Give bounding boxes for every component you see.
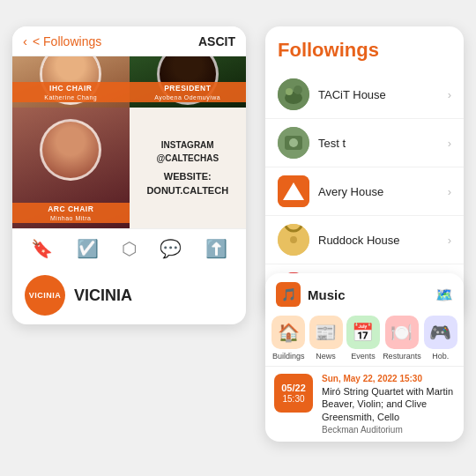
restaurants-label: Resturants [383, 352, 421, 361]
avatar-test [278, 127, 309, 159]
bookmark-icon[interactable]: 🔖 [31, 238, 53, 259]
music-icon-bg: 🎵 [276, 282, 301, 307]
left-card-header: ‹ < Followings ASCIT [12, 26, 246, 56]
share-icon[interactable]: ⬆️ [205, 238, 227, 259]
category-row: 🏠 Buildings 📰 News 📅 Events 🍽️ Resturant… [265, 312, 464, 366]
event-date-box: 05/22 15:30 [274, 374, 313, 413]
followings-title: Followings [265, 39, 464, 71]
event-row: 05/22 15:30 Sun, May 22, 2022 15:30 Miró… [265, 366, 464, 442]
back-arrow-icon[interactable]: ‹ [23, 33, 27, 48]
following-item-test[interactable]: Test t › [265, 119, 464, 167]
role-ihc-chair: IHC CHAIRKatherine Chang [12, 82, 130, 102]
hobbies-icon-bg: 🎮 [424, 316, 457, 349]
restaurants-icon: 🍽️ [390, 322, 413, 343]
left-card: ‹ < Followings ASCIT IHC CHAIRKatherine … [12, 26, 246, 324]
following-item-ruddock[interactable]: Ruddock House › [265, 216, 464, 264]
hobbies-label: Hob. [432, 352, 449, 361]
svg-point-2 [286, 88, 293, 95]
avatar-tacit [278, 78, 309, 110]
chevron-test: › [448, 137, 451, 150]
svg-point-3 [294, 86, 302, 94]
vicinia-logo: VICINIA [25, 275, 65, 316]
back-label[interactable]: < Followings [33, 34, 198, 48]
chevron-tacit: › [448, 88, 451, 101]
role-president: PRESIDENTAyobena Odemuyiwa [130, 82, 247, 102]
photo-cell-president: PRESIDENTAyobena Odemuyiwa [130, 56, 247, 108]
event-date-label: Sun, May 22, 2022 15:30 [322, 374, 455, 383]
music-title: Music [308, 287, 435, 302]
events-label: Events [351, 352, 376, 361]
news-label: News [316, 352, 336, 361]
events-icon: 📅 [352, 322, 374, 343]
photo-grid: IHC CHAIRKatherine Chang PRESIDENTAyoben… [12, 56, 246, 228]
music-icon: 🎵 [281, 287, 296, 301]
ascit-title: ASCIT [198, 34, 235, 48]
photo-cell-arc: ARC CHAIRMinhao Mitra [12, 108, 130, 228]
following-name-ruddock: Ruddock House [318, 234, 448, 247]
category-hobbies[interactable]: 🎮 Hob. [423, 316, 458, 361]
map-icon[interactable]: 🗺️ [435, 286, 453, 303]
role-arc-chair: ARC CHAIRMinhao Mitra [12, 203, 130, 223]
following-name-avery: Avery House [318, 185, 448, 198]
website-text: WEBSITE:DONUT.CALTECH [146, 170, 228, 197]
news-icon-bg: 📰 [309, 316, 343, 349]
event-date-bottom: 15:30 [282, 394, 304, 404]
directions-icon[interactable]: ⬡ [122, 238, 137, 259]
category-restaurants[interactable]: 🍽️ Resturants [383, 316, 421, 361]
music-card: 🎵 Music 🗺️ 🏠 Buildings 📰 News 📅 Events 🍽… [265, 273, 464, 442]
following-item-avery[interactable]: Avery House › [265, 167, 464, 216]
svg-point-6 [289, 138, 298, 147]
category-buildings[interactable]: 🏠 Buildings [271, 316, 306, 361]
instagram-text: INSTAGRAM@CALTECHAS [156, 138, 219, 165]
event-venue: Beckman Auditorium [322, 425, 455, 435]
buildings-icon: 🏠 [278, 322, 300, 343]
music-header: 🎵 Music 🗺️ [265, 273, 464, 312]
photo-cell-info: INSTAGRAM@CALTECHAS WEBSITE:DONUT.CALTEC… [130, 108, 247, 228]
svg-point-10 [290, 236, 297, 243]
events-icon-bg: 📅 [346, 316, 380, 349]
avatar-avery [278, 175, 309, 207]
following-name-test: Test t [318, 137, 448, 150]
buildings-label: Buildings [272, 352, 305, 361]
avatar-ruddock [278, 224, 309, 256]
following-item-tacit[interactable]: TACiT House › [265, 71, 464, 119]
event-date-top: 05/22 [281, 383, 306, 394]
event-info: Sun, May 22, 2022 15:30 Miró String Quar… [322, 374, 455, 435]
restaurants-icon-bg: 🍽️ [385, 316, 419, 349]
vicinia-logo-text: VICINIA [29, 291, 62, 300]
hobbies-icon: 🎮 [429, 322, 451, 343]
event-title: Miró String Quartet with Martin Beaver, … [322, 385, 455, 423]
following-name-tacit: TACiT House [318, 88, 448, 101]
action-bar: 🔖 ☑️ ⬡ 💬 ⬆️ [12, 228, 246, 268]
news-icon: 📰 [315, 322, 337, 343]
vicinia-row: VICINIA VICINIA [12, 268, 246, 324]
buildings-icon-bg: 🏠 [271, 316, 305, 349]
category-events[interactable]: 📅 Events [346, 316, 381, 361]
category-news[interactable]: 📰 News [308, 316, 343, 361]
chevron-ruddock: › [448, 234, 451, 247]
chevron-avery: › [448, 185, 451, 198]
checkmark-icon[interactable]: ☑️ [77, 238, 99, 259]
vicinia-label: VICINIA [74, 286, 132, 305]
photo-cell-ihc: IHC CHAIRKatherine Chang [12, 56, 130, 108]
chat-icon[interactable]: 💬 [160, 238, 182, 259]
